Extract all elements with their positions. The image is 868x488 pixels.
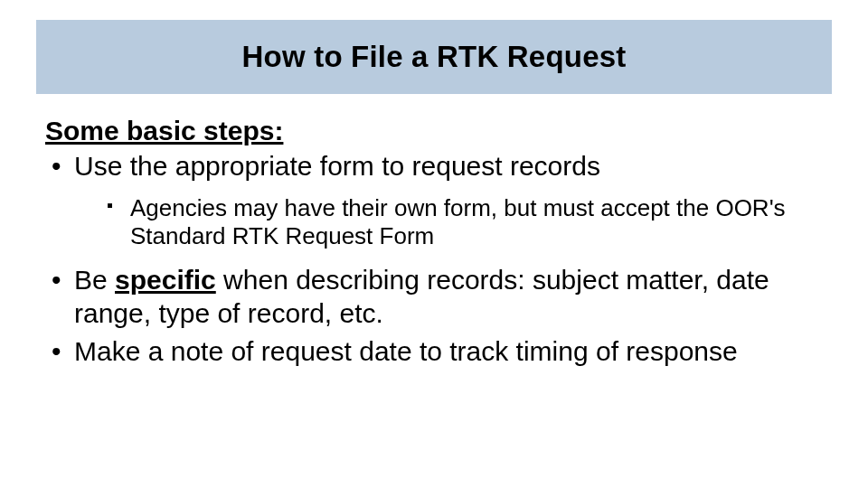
bullet-text: Make a note of request date to track tim… [74, 336, 738, 366]
emphasized-word: specific [115, 265, 216, 295]
bullet-list: Use the appropriate form to request reco… [45, 150, 825, 369]
bullet-item-3: Make a note of request date to track tim… [45, 335, 825, 369]
bullet-item-2: Be specific when describing records: sub… [45, 264, 825, 330]
title-bar: How to File a RTK Request [36, 20, 832, 94]
sub-bullet-list: Agencies may have their own form, but mu… [74, 194, 825, 251]
intro-heading: Some basic steps: [45, 116, 825, 146]
bullet-text-pre: Be [74, 265, 115, 295]
slide-title: How to File a RTK Request [242, 40, 627, 74]
content-area: Some basic steps: Use the appropriate fo… [45, 116, 825, 374]
sub-bullet-text: Agencies may have their own form, but mu… [130, 194, 786, 250]
sub-bullet-item: Agencies may have their own form, but mu… [74, 194, 825, 251]
bullet-text: Use the appropriate form to request reco… [74, 151, 600, 181]
slide: How to File a RTK Request Some basic ste… [0, 0, 868, 488]
bullet-item-1: Use the appropriate form to request reco… [45, 150, 825, 251]
